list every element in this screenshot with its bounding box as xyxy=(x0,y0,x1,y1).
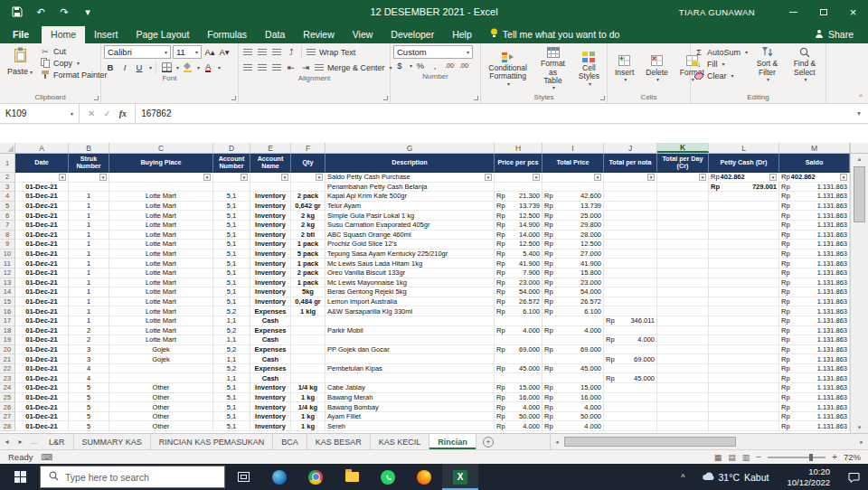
cell[interactable]: Rp13.739 xyxy=(542,202,604,212)
cell[interactable] xyxy=(657,240,709,250)
cell[interactable]: 2 pack xyxy=(291,269,326,278)
dialog-launcher-icon[interactable] xyxy=(231,96,236,100)
cell[interactable] xyxy=(657,297,709,307)
cell[interactable] xyxy=(657,354,709,364)
cell[interactable]: 1,1 xyxy=(213,335,250,345)
cell[interactable]: Rp1.131.863 xyxy=(779,211,850,221)
row-number[interactable]: 25 xyxy=(0,393,15,403)
ribbon-tab-insert[interactable]: Insert xyxy=(85,26,127,43)
cell[interactable]: 1 xyxy=(69,202,109,212)
decrease-decimal-icon[interactable]: .00 xyxy=(458,59,470,72)
cell[interactable] xyxy=(604,287,657,297)
cell[interactable]: Inventory xyxy=(250,421,291,431)
cell[interactable] xyxy=(604,402,657,412)
merge-center-button[interactable]: Merge & Center▾ xyxy=(314,62,392,72)
cell[interactable]: 5 xyxy=(69,412,109,422)
horizontal-scrollbar[interactable]: ◂ ▸ xyxy=(550,434,868,449)
row-number[interactable]: 17 xyxy=(0,316,15,326)
whatsapp-button[interactable] xyxy=(370,464,406,490)
cell[interactable]: Lotte Mart xyxy=(109,211,213,221)
cell[interactable]: Rp50.000 xyxy=(495,412,542,422)
cell[interactable]: 1 xyxy=(69,231,109,240)
ribbon-tab-home[interactable]: Home xyxy=(42,26,85,43)
cell[interactable]: 5,1 xyxy=(213,269,250,278)
action-center-icon[interactable] xyxy=(839,472,868,483)
cell[interactable]: Inventory xyxy=(250,287,291,297)
weather-widget[interactable]: 31°C Kabut xyxy=(693,471,778,483)
cell[interactable]: Rp1.131.863 xyxy=(779,240,850,250)
cell[interactable] xyxy=(657,221,709,231)
cell[interactable]: 1 pack xyxy=(291,278,326,288)
filter-cell[interactable]: ▾ xyxy=(604,173,657,183)
cell[interactable]: 1 xyxy=(69,250,109,259)
cell[interactable]: Rp41.900 xyxy=(495,259,542,269)
cell[interactable]: 5,1 xyxy=(213,202,250,212)
sheet-tab-rincian[interactable]: Rincian xyxy=(429,434,476,449)
cell[interactable] xyxy=(709,211,779,221)
formula-input[interactable]: 167862 xyxy=(136,104,850,123)
cell[interactable]: 3 xyxy=(69,345,109,355)
cell[interactable]: Rp15.800 xyxy=(542,269,604,278)
cell[interactable]: Rp1.131.863 xyxy=(779,345,850,355)
cell[interactable]: Rp23.000 xyxy=(542,278,604,288)
new-sheet-button[interactable]: + xyxy=(483,437,494,448)
insert-function-icon[interactable]: fx xyxy=(119,108,127,118)
cell[interactable] xyxy=(495,373,542,383)
cell[interactable] xyxy=(657,306,709,316)
cell[interactable]: 5,1 xyxy=(213,231,250,240)
cell[interactable]: Ayam Fillet xyxy=(326,412,495,422)
cell[interactable]: 1 xyxy=(69,269,109,278)
cell[interactable]: 1,1 xyxy=(213,373,250,383)
cell[interactable]: 1 xyxy=(69,221,109,231)
cell[interactable]: 1 xyxy=(69,316,109,326)
cell[interactable]: Lotte Mart xyxy=(109,306,213,316)
decrease-indent-icon[interactable]: ⇤ xyxy=(285,61,297,74)
sheet-nav-more-icon[interactable]: … xyxy=(27,434,41,449)
cell[interactable]: 5,1 xyxy=(213,383,250,393)
comma-style-icon[interactable]: , xyxy=(429,59,441,72)
cell[interactable]: 3 xyxy=(69,354,109,364)
task-view-button[interactable] xyxy=(225,464,261,490)
cell[interactable]: 1 xyxy=(69,306,109,316)
cell[interactable]: Rp1.131.863 xyxy=(779,259,850,269)
cell[interactable] xyxy=(291,335,326,345)
filter-dropdown-icon[interactable]: ▾ xyxy=(59,174,66,181)
cell[interactable]: Inventory xyxy=(250,393,291,403)
cell[interactable]: 5,2 xyxy=(213,306,250,316)
cell[interactable]: Inventory xyxy=(250,402,291,412)
cell[interactable]: Rp1.131.863 xyxy=(779,393,850,403)
autosum-button[interactable]: ΣAutoSum▾ xyxy=(693,47,748,57)
cell[interactable]: Susu Carnation Evaporated 405gr xyxy=(326,221,495,231)
cell[interactable] xyxy=(657,383,709,393)
ribbon-tab-data[interactable]: Data xyxy=(256,26,294,43)
cell[interactable]: Rp5.400 xyxy=(495,250,542,259)
cell[interactable]: A&W Sarsaparilla Klg 330ml xyxy=(326,306,495,316)
cell[interactable]: PP Gojek dan Gocar xyxy=(326,345,495,355)
dialog-launcher-icon[interactable] xyxy=(600,96,605,100)
cell[interactable]: 01-Dec-21 xyxy=(15,373,69,383)
cell[interactable]: Rp729.001 xyxy=(709,183,779,193)
cell[interactable]: Parkir Mobil xyxy=(326,326,495,336)
column-header-B[interactable]: B xyxy=(69,143,109,153)
percent-style-icon[interactable]: % xyxy=(414,59,427,72)
cell-styles-button[interactable]: Cell Styles▾ xyxy=(574,51,604,89)
cell[interactable]: Rp41.900 xyxy=(542,259,604,269)
font-size-select[interactable]: 11▾ xyxy=(173,45,202,59)
align-top-icon[interactable] xyxy=(241,45,254,59)
cell[interactable]: 1 kg xyxy=(291,412,326,422)
filter-cell[interactable]: ▾ xyxy=(15,173,69,183)
cell[interactable] xyxy=(709,250,779,259)
cell[interactable]: Rp50.000 xyxy=(542,412,604,422)
cell[interactable]: Lotte Mart xyxy=(109,287,213,297)
cell[interactable]: Inventory xyxy=(250,231,291,240)
cell[interactable]: Lotte Mart xyxy=(109,240,213,250)
cell[interactable] xyxy=(709,240,779,250)
cell[interactable]: Other xyxy=(109,393,213,403)
sheet-tab-kas-kecil[interactable]: KAS KECIL xyxy=(371,434,430,449)
cell[interactable]: Rp1.131.863 xyxy=(779,231,850,240)
view-page-layout-icon[interactable]: ▤ xyxy=(728,453,736,462)
filter-cell[interactable]: ▾ xyxy=(291,173,326,183)
cell[interactable]: Rp21.300 xyxy=(495,192,542,202)
cell[interactable]: 01-Dec-21 xyxy=(15,231,69,240)
cell[interactable]: Rp14.900 xyxy=(495,221,542,231)
